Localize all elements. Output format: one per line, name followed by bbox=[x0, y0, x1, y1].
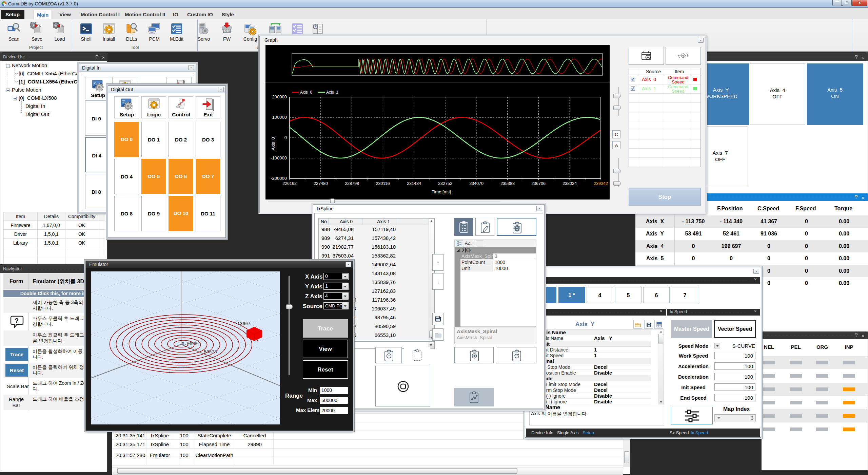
svg-text:?: ? bbox=[15, 317, 19, 324]
svg-text:DSP: DSP bbox=[224, 29, 231, 32]
svg-text:-113667: -113667 bbox=[232, 321, 251, 326]
svg-text:0.0000: 0.0000 bbox=[182, 341, 198, 346]
svg-text:53673: 53673 bbox=[204, 349, 217, 355]
